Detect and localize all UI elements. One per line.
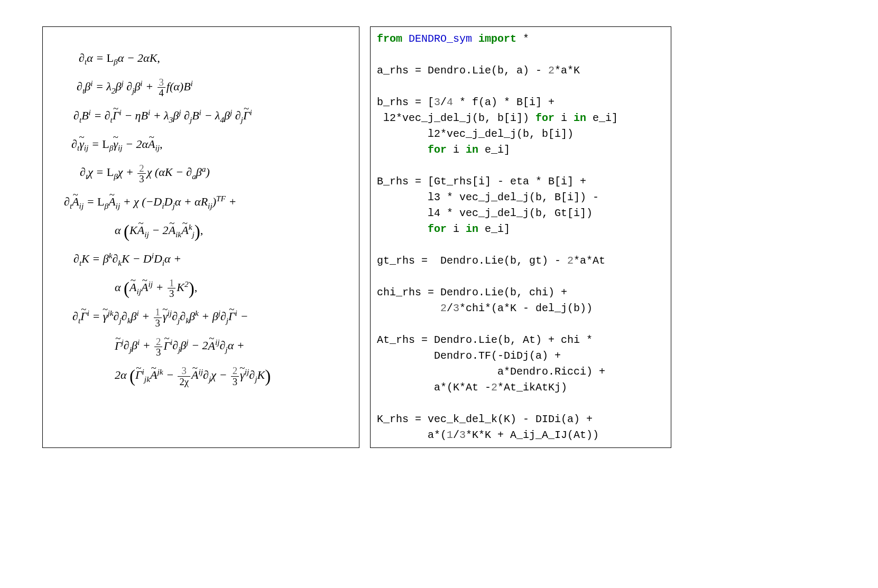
eq-gamma: ∂tγij = Lβγij − 2αAij,: [59, 134, 343, 155]
code-line: a_rhs = Dendro.Lie(b, a) -: [377, 64, 548, 77]
eq-Gamma-cont2: 2α (ΓijkAjk − 32χAij∂jχ − 23γij∂jK): [59, 365, 343, 387]
kw-import: import: [478, 33, 523, 45]
code-line: a*Dendro.Ricci) +: [377, 366, 605, 378]
code-line: l3 * vec_j_del_j(b, B[i]) -: [377, 191, 599, 203]
code-line: b_rhs = [: [377, 96, 434, 108]
code-line: chi_rhs = Dendro.Lie(b, chi) +: [377, 286, 567, 298]
eq-Gamma-cont1: Γj∂jβi + 23Γi∂jβj − 2Aij∂jα +: [59, 335, 343, 357]
eq-alpha: ∂tα = Lβα − 2αK,: [59, 48, 343, 69]
code-line: B_rhs = [Gt_rhs[i] - eta * B[i] +: [377, 175, 586, 188]
code-line: l2*vec_j_del_j(b, b[i]): [377, 128, 574, 140]
kw-from: from: [377, 33, 409, 45]
eq-Gamma: ∂tΓi = γjk∂j∂kβi + 13γij∂j∂kβk + βj∂jΓi …: [59, 306, 343, 328]
code-line: K_rhs = vec_k_del_k(K) - DIDi(a) +: [377, 413, 593, 425]
code-line: At_rhs = Dendro.Lie(b, At) + chi *: [377, 334, 593, 346]
code-line: Dendro.TF(-DiDj(a) +: [377, 350, 561, 362]
eq-A-cont: α (KAij − 2AikAkj),: [59, 220, 343, 241]
math-panel: ∂tα = Lβα − 2αK, ∂tβi = λ2βj ∂jβi + 34f(…: [42, 26, 359, 448]
partial: ∂: [79, 51, 85, 64]
eq-K: ∂tK = βk∂kK − DiDiα +: [59, 249, 343, 270]
code-panel: from DENDRO_sym import * a_rhs = Dendro.…: [370, 26, 671, 448]
eq-B: ∂tBi = ∂tΓi − ηBi + λ3βj ∂jBi − λ4βj ∂jΓ…: [59, 106, 343, 127]
eq-chi: ∂tχ = Lβχ + 23χ (αK − ∂aβa): [59, 162, 343, 184]
eq-beta: ∂tβi = λ2βj ∂jβi + 34f(α)Bi: [59, 77, 343, 98]
eq-K-cont: α (AijAij + 13K2),: [59, 277, 343, 299]
code-line: gt_rhs = Dendro.Lie(b, gt) -: [377, 255, 567, 267]
code-line: l4 * vec_j_del_j(b, Gt[i]): [377, 207, 593, 219]
eq-A: ∂tAij = LβAij + χ (−DiDjα + αRij)TF +: [59, 192, 343, 213]
module-name: DENDRO_sym: [409, 33, 478, 45]
